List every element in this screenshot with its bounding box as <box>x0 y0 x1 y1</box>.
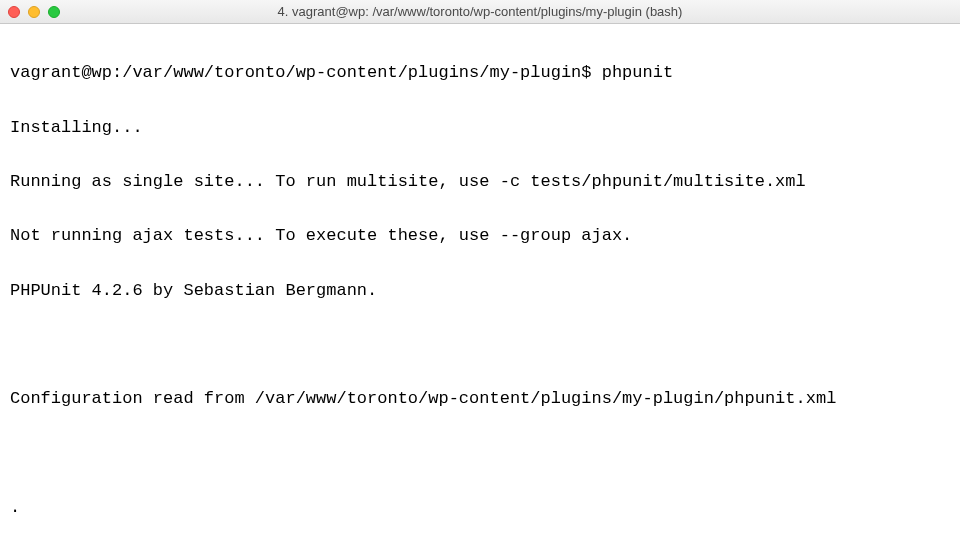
terminal-blank-line <box>10 440 950 467</box>
shell-command: phpunit <box>602 63 673 82</box>
terminal-blank-line <box>10 549 950 560</box>
terminal-line: vagrant@wp:/var/www/toronto/wp-content/p… <box>10 59 950 86</box>
shell-prompt: vagrant@wp:/var/www/toronto/wp-content/p… <box>10 63 602 82</box>
close-icon[interactable] <box>8 6 20 18</box>
terminal-line: Installing... <box>10 114 950 141</box>
maximize-icon[interactable] <box>48 6 60 18</box>
terminal-line: PHPUnit 4.2.6 by Sebastian Bergmann. <box>10 277 950 304</box>
minimize-icon[interactable] <box>28 6 40 18</box>
terminal-line: Running as single site... To run multisi… <box>10 168 950 195</box>
terminal-blank-line <box>10 331 950 358</box>
terminal-line: Not running ajax tests... To execute the… <box>10 222 950 249</box>
traffic-lights <box>8 6 60 18</box>
window-titlebar: 4. vagrant@wp: /var/www/toronto/wp-conte… <box>0 0 960 24</box>
terminal-output[interactable]: vagrant@wp:/var/www/toronto/wp-content/p… <box>0 24 960 560</box>
window-title: 4. vagrant@wp: /var/www/toronto/wp-conte… <box>0 4 960 19</box>
terminal-line: . <box>10 494 950 521</box>
terminal-line: Configuration read from /var/www/toronto… <box>10 385 950 412</box>
